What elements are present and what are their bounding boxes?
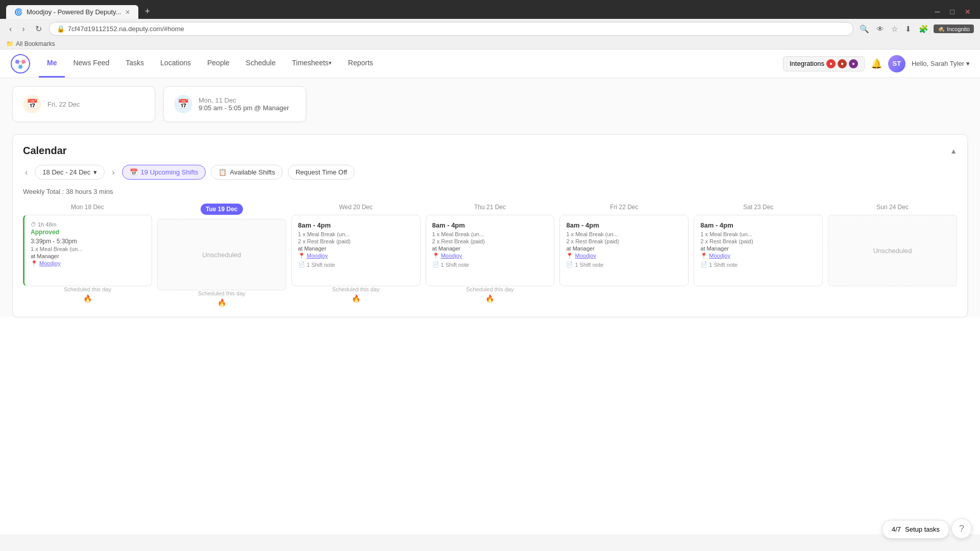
date-range-button[interactable]: 18 Dec - 24 Dec ▾ bbox=[35, 165, 105, 180]
calendar-collapse-button[interactable]: ▲ bbox=[950, 147, 957, 155]
bookmarks-bar: 📁 All Bookmarks bbox=[0, 39, 980, 49]
nav-item-reports[interactable]: Reports bbox=[340, 49, 381, 78]
available-shifts-button[interactable]: 📋 Available Shifts bbox=[211, 165, 283, 180]
bookmarks-label: All Bookmarks bbox=[16, 40, 55, 47]
tab-close-button[interactable]: ✕ bbox=[125, 9, 130, 16]
location-link-sat[interactable]: Moodjoy bbox=[709, 253, 730, 259]
day-header-wed: Wed 20 Dec bbox=[291, 204, 421, 211]
scheduled-label-thu: Scheduled this day 🔥 bbox=[426, 286, 555, 303]
day-card-tue[interactable]: Unscheduled bbox=[157, 219, 286, 290]
user-avatar[interactable]: ST bbox=[888, 55, 905, 72]
address-bar[interactable]: 🔒 7cf47d19112152.na.deputy.com/#home bbox=[49, 22, 854, 36]
nav-item-schedule[interactable]: Schedule bbox=[238, 49, 284, 78]
minimize-button[interactable]: ─ bbox=[932, 7, 943, 17]
back-button[interactable]: ‹ bbox=[6, 22, 15, 36]
note-icon-sat: 📄 bbox=[700, 261, 707, 268]
calendar-section: Calendar ▲ ‹ 18 Dec - 24 Dec ▾ › 📅 19 Up… bbox=[12, 134, 968, 317]
day-card-sat[interactable]: 8am - 4pm 1 x Meal Break (un... 2 x Rest… bbox=[694, 215, 823, 286]
integrations-label: Integrations bbox=[790, 60, 824, 67]
shift-time-thu: 8am - 4pm bbox=[432, 221, 548, 229]
upcoming-card-mon-text: Mon, 11 Dec 9:05 am - 5:05 pm @ Manager bbox=[199, 96, 289, 112]
active-tab[interactable]: 🌀 Moodjoy - Powered By Deputy... ✕ bbox=[6, 5, 138, 19]
shift-break1-fri: 1 x Meal Break (un... bbox=[566, 231, 682, 237]
tab-favicon: 🌀 bbox=[14, 8, 22, 16]
pin-icon-wed: 📍 bbox=[298, 253, 305, 259]
date-range-dropdown-icon: ▾ bbox=[93, 168, 97, 176]
date-range-text: 18 Dec - 24 Dec bbox=[42, 168, 90, 176]
nav-item-tasks[interactable]: Tasks bbox=[117, 49, 152, 78]
calendar-toolbar: ‹ 18 Dec - 24 Dec ▾ › 📅 19 Upcoming Shif… bbox=[23, 165, 957, 180]
setup-tasks-button[interactable]: 4/7 Setup tasks bbox=[882, 520, 949, 534]
location-link-mon[interactable]: Moodjoy bbox=[39, 260, 61, 266]
nav-item-locations[interactable]: Locations bbox=[152, 49, 199, 78]
pin-icon-sat: 📍 bbox=[700, 253, 707, 259]
shift-time-sat: 8am - 4pm bbox=[700, 221, 816, 229]
day-card-thu[interactable]: 8am - 4pm 1 x Meal Break (un... 2 x Rest… bbox=[426, 215, 555, 286]
shift-link-mon[interactable]: 📍 Moodjoy bbox=[31, 260, 145, 267]
location-link-wed[interactable]: Moodjoy bbox=[307, 253, 328, 259]
shift-break-mon: 1 x Meal Break (un... bbox=[31, 246, 145, 252]
new-tab-button[interactable]: + bbox=[140, 4, 154, 19]
day-card-fri[interactable]: 8am - 4pm 1 x Meal Break (un... 2 x Rest… bbox=[559, 215, 689, 286]
refresh-button[interactable]: ↻ bbox=[32, 22, 45, 36]
shift-clock-mon: ⏱ 1h 48m bbox=[31, 221, 145, 228]
location-link-thu[interactable]: Moodjoy bbox=[441, 253, 462, 259]
extensions-icon[interactable]: 🧩 bbox=[917, 22, 930, 36]
shift-link-fri[interactable]: 📍 Moodjoy bbox=[566, 253, 682, 259]
upcoming-shifts-row: 📅 Fri, 22 Dec 📅 Mon, 11 Dec 9:05 am - 5:… bbox=[12, 78, 968, 130]
upcoming-card-fri: 📅 Fri, 22 Dec bbox=[12, 86, 155, 122]
shift-at-thu: at Manager bbox=[432, 245, 548, 252]
scheduled-label-wed: Scheduled this day 🔥 bbox=[291, 286, 421, 303]
setup-tasks-label: Setup tasks bbox=[905, 525, 940, 533]
shift-break1-wed: 1 x Meal Break (un... bbox=[298, 231, 414, 237]
day-grid: Mon 18 Dec ⏱ 1h 48m Approved 3:39pm - 5:… bbox=[23, 204, 957, 307]
shift-link-wed[interactable]: 📍 Moodjoy bbox=[298, 253, 414, 259]
day-header-fri: Fri 22 Dec bbox=[559, 204, 689, 211]
browser-controls: ‹ › ↻ 🔒 7cf47d19112152.na.deputy.com/#ho… bbox=[0, 19, 980, 39]
day-header-tue: Tue 19 Dec bbox=[157, 204, 286, 215]
forward-button[interactable]: › bbox=[19, 22, 28, 36]
pin-icon-thu: 📍 bbox=[432, 253, 439, 259]
nav-item-newsfeed[interactable]: News Feed bbox=[65, 49, 117, 78]
day-card-wed[interactable]: 8am - 4pm 1 x Meal Break (un... 2 x Rest… bbox=[291, 215, 421, 286]
request-off-label: Request Time Off bbox=[296, 168, 347, 176]
url-text: 7cf47d19112152.na.deputy.com/#home bbox=[68, 25, 184, 33]
day-card-sun[interactable]: Unscheduled bbox=[828, 215, 957, 286]
integration-dot-1: ● bbox=[826, 59, 836, 68]
shift-break1-thu: 1 x Meal Break (un... bbox=[432, 231, 548, 237]
calendar-title: Calendar bbox=[23, 145, 67, 157]
shift-break1-sat: 1 x Meal Break (un... bbox=[700, 231, 816, 237]
nav-item-people[interactable]: People bbox=[199, 49, 238, 78]
shift-break2-sat: 2 x Rest Break (paid) bbox=[700, 238, 816, 244]
notifications-button[interactable]: 🔔 bbox=[871, 58, 882, 69]
integration-dot-3: ● bbox=[849, 59, 858, 68]
prev-week-button[interactable]: ‹ bbox=[23, 167, 30, 178]
request-time-off-button[interactable]: Request Time Off bbox=[288, 165, 355, 180]
calendar-icon-mon: 📅 bbox=[174, 95, 192, 113]
next-week-button[interactable]: › bbox=[110, 167, 116, 178]
shift-link-thu[interactable]: 📍 Moodjoy bbox=[432, 253, 548, 259]
maximize-button[interactable]: □ bbox=[947, 7, 958, 17]
flame-icon-tue: 🔥 bbox=[217, 298, 226, 307]
close-button[interactable]: ✕ bbox=[962, 7, 974, 17]
user-greeting[interactable]: Hello, Sarah Tyler ▾ bbox=[912, 60, 970, 67]
app-logo[interactable] bbox=[10, 54, 31, 74]
upcoming-shifts-button[interactable]: 📅 19 Upcoming Shifts bbox=[122, 165, 206, 180]
nav-item-me[interactable]: Me bbox=[39, 49, 65, 78]
shift-location-mon: at Manager bbox=[31, 253, 145, 259]
eye-off-icon[interactable]: 👁 bbox=[874, 22, 886, 35]
shift-link-sat[interactable]: 📍 Moodjoy bbox=[700, 253, 816, 259]
integrations-button[interactable]: Integrations ● ● ● bbox=[783, 56, 865, 71]
note-icon-wed: 📄 bbox=[298, 261, 305, 268]
bookmark-icon[interactable]: ☆ bbox=[889, 22, 900, 36]
flame-icon-wed: 🔥 bbox=[352, 294, 360, 303]
flame-icon-mon: 🔥 bbox=[83, 294, 92, 303]
download-icon[interactable]: ⬇ bbox=[903, 22, 914, 36]
nav-item-timesheets[interactable]: Timesheets bbox=[284, 49, 340, 78]
shift-break2-wed: 2 x Rest Break (paid) bbox=[298, 238, 414, 244]
note-icon-fri: 📄 bbox=[566, 261, 573, 268]
day-card-mon[interactable]: ⏱ 1h 48m Approved 3:39pm - 5:30pm 1 x Me… bbox=[23, 215, 152, 286]
search-icon[interactable]: 🔍 bbox=[857, 22, 871, 36]
approved-badge-mon: Approved bbox=[31, 229, 145, 236]
location-link-fri[interactable]: Moodjoy bbox=[575, 253, 596, 259]
